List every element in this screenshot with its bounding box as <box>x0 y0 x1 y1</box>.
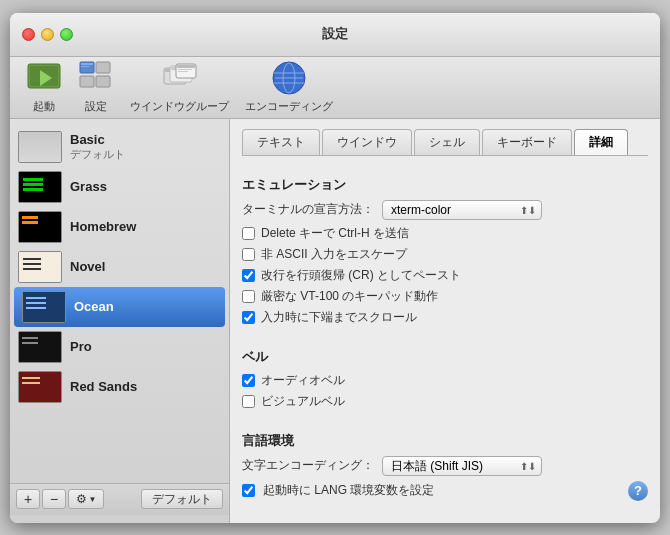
terminal-type-select-wrapper: xterm-color xterm vt100 ansi ⬆⬇ <box>382 200 542 220</box>
help-button[interactable]: ? <box>628 481 648 501</box>
vt100-keypad-checkbox[interactable] <box>242 290 255 303</box>
svg-rect-16 <box>178 71 188 72</box>
minimize-button[interactable] <box>41 28 54 41</box>
profile-info-ocean: Ocean <box>74 299 114 314</box>
svg-rect-7 <box>81 63 93 65</box>
encoding-select-wrapper: 日本語 (Shift JIS) Unicode (UTF-8) Western … <box>382 456 542 476</box>
sidebar-item-novel[interactable]: Novel <box>10 247 229 287</box>
profile-thumb-pro <box>18 331 62 363</box>
sidebar-item-redsands[interactable]: Red Sands <box>10 367 229 407</box>
ascii-escape-label: 非 ASCII 入力をエスケープ <box>261 246 407 263</box>
lang-env-checkbox[interactable] <box>242 484 255 497</box>
title-bar: 設定 <box>10 13 660 57</box>
svg-rect-14 <box>177 65 195 68</box>
tab-text[interactable]: テキスト <box>242 129 320 155</box>
sidebar-item-ocean[interactable]: Ocean <box>14 287 225 327</box>
svg-rect-5 <box>80 76 94 87</box>
profile-info-basic: Basic デフォルト <box>70 132 125 162</box>
window-title: 設定 <box>322 25 348 43</box>
settings-window: 設定 起動 <box>10 13 660 523</box>
toolbar-startup[interactable]: 起動 <box>26 60 62 114</box>
profile-info-novel: Novel <box>70 259 105 274</box>
sidebar-item-homebrew[interactable]: Homebrew <box>10 207 229 247</box>
cr-paste-checkbox[interactable] <box>242 269 255 282</box>
visual-bell-label: ビジュアルベル <box>261 393 345 410</box>
traffic-lights <box>22 28 73 41</box>
bell-section-header: ベル <box>242 348 648 366</box>
visual-bell-checkbox[interactable] <box>242 395 255 408</box>
delete-ctrl-label: Delete キーで Ctrl-H を送信 <box>261 225 409 242</box>
toolbar-settings[interactable]: 設定 <box>78 60 114 114</box>
window-group-icon <box>162 60 198 96</box>
right-panel: テキスト ウインドウ シェル キーボード 詳細 エミュレーション ターミナルの宣… <box>230 119 660 523</box>
encoding-icon <box>271 60 307 96</box>
sidebar-item-pro[interactable]: Pro <box>10 327 229 367</box>
profile-name-basic: Basic <box>70 132 125 147</box>
profile-name-redsands: Red Sands <box>70 379 137 394</box>
bell-section: ベル オーディオベル ビジュアルベル <box>242 340 648 414</box>
profile-thumb-homebrew <box>18 211 62 243</box>
gear-menu-button[interactable]: ⚙ ▼ <box>68 489 104 509</box>
language-section-header: 言語環境 <box>242 432 648 450</box>
close-button[interactable] <box>22 28 35 41</box>
tab-advanced[interactable]: 詳細 <box>574 129 628 155</box>
tab-keyboard[interactable]: キーボード <box>482 129 572 155</box>
visual-bell-row: ビジュアルベル <box>242 393 648 410</box>
vt100-keypad-row: 厳密な VT-100 のキーパッド動作 <box>242 288 648 305</box>
audio-bell-row: オーディオベル <box>242 372 648 389</box>
delete-ctrl-checkbox[interactable] <box>242 227 255 240</box>
toolbar: 起動 設定 <box>10 57 660 119</box>
toolbar-encoding-label: エンコーディング <box>245 99 333 114</box>
profile-thumb-redsands <box>18 371 62 403</box>
profile-subtitle-basic: デフォルト <box>70 147 125 162</box>
toolbar-window-group[interactable]: ウインドウグループ <box>130 60 229 114</box>
tab-window[interactable]: ウインドウ <box>322 129 412 155</box>
vt100-keypad-label: 厳密な VT-100 のキーパッド動作 <box>261 288 438 305</box>
profile-name-grass: Grass <box>70 179 107 194</box>
toolbar-encoding[interactable]: エンコーディング <box>245 60 333 114</box>
sidebar-toolbar: + − ⚙ ▼ デフォルト <box>10 483 229 515</box>
tab-shell[interactable]: シェル <box>414 129 480 155</box>
lang-env-row: 起動時に LANG 環境変数を設定 ? <box>242 481 648 501</box>
delete-ctrl-h-row: Delete キーで Ctrl-H を送信 <box>242 225 648 242</box>
toolbar-startup-label: 起動 <box>33 99 55 114</box>
maximize-button[interactable] <box>60 28 73 41</box>
svg-rect-4 <box>96 62 110 73</box>
profile-info-pro: Pro <box>70 339 92 354</box>
ascii-escape-checkbox[interactable] <box>242 248 255 261</box>
scroll-to-bottom-row: 入力時に下端までスクロール <box>242 309 648 326</box>
profile-thumb-basic <box>18 131 62 163</box>
encoding-label: 文字エンコーディング： <box>242 457 374 474</box>
cr-paste-label: 改行を行頭復帰 (CR) としてペースト <box>261 267 461 284</box>
audio-bell-checkbox[interactable] <box>242 374 255 387</box>
toolbar-window-group-label: ウインドウグループ <box>130 99 229 114</box>
sidebar-item-basic[interactable]: Basic デフォルト <box>10 127 229 167</box>
remove-profile-button[interactable]: − <box>42 489 66 509</box>
tabs: テキスト ウインドウ シェル キーボード 詳細 <box>242 129 648 156</box>
scroll-to-bottom-label: 入力時に下端までスクロール <box>261 309 417 326</box>
profile-thumb-ocean <box>22 291 66 323</box>
profile-info-grass: Grass <box>70 179 107 194</box>
svg-rect-8 <box>81 66 89 67</box>
profile-name-homebrew: Homebrew <box>70 219 136 234</box>
terminal-type-label: ターミナルの宣言方法： <box>242 201 374 218</box>
scroll-to-bottom-checkbox[interactable] <box>242 311 255 324</box>
toolbar-settings-label: 設定 <box>85 99 107 114</box>
add-profile-button[interactable]: + <box>16 489 40 509</box>
settings-icon <box>78 60 114 96</box>
sidebar-item-grass[interactable]: Grass <box>10 167 229 207</box>
emulation-section-header: エミュレーション <box>242 176 648 194</box>
cr-paste-row: 改行を行頭復帰 (CR) としてペースト <box>242 267 648 284</box>
default-button[interactable]: デフォルト <box>141 489 223 509</box>
svg-rect-6 <box>96 76 110 87</box>
profile-name-pro: Pro <box>70 339 92 354</box>
profile-thumb-grass <box>18 171 62 203</box>
terminal-type-select[interactable]: xterm-color xterm vt100 ansi <box>382 200 542 220</box>
sidebar: Basic デフォルト Grass Homebrew <box>10 119 230 523</box>
profile-thumb-novel <box>18 251 62 283</box>
svg-rect-15 <box>178 69 192 70</box>
startup-icon <box>26 60 62 96</box>
encoding-select[interactable]: 日本語 (Shift JIS) Unicode (UTF-8) Western … <box>382 456 542 476</box>
encoding-row: 文字エンコーディング： 日本語 (Shift JIS) Unicode (UTF… <box>242 456 648 476</box>
ascii-escape-row: 非 ASCII 入力をエスケープ <box>242 246 648 263</box>
